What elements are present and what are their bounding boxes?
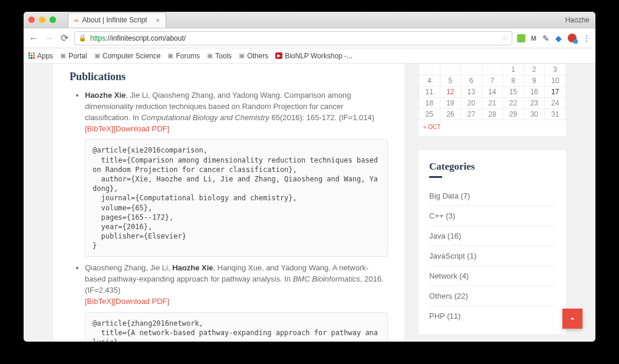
category-name: PHP xyxy=(429,312,445,320)
folder-icon: ▣ xyxy=(60,52,66,59)
bibtex-block: @article{xie2016comparison, title={Compa… xyxy=(85,139,388,257)
calendar-day[interactable]: 29 xyxy=(503,109,524,120)
calendar-day[interactable]: 6 xyxy=(461,75,482,87)
calendar-day[interactable]: 4 xyxy=(419,75,440,87)
calendar-table: 1234567891011121314151617181920212223242… xyxy=(419,64,566,120)
forward-button: → xyxy=(44,33,54,44)
minimize-icon[interactable] xyxy=(39,16,45,23)
calendar-day[interactable]: 13 xyxy=(461,87,482,98)
category-item[interactable]: Others (22) xyxy=(429,286,555,306)
category-count: (1) xyxy=(467,252,476,260)
calendar-day[interactable]: 9 xyxy=(523,75,545,87)
menu-icon[interactable]: ⋮ xyxy=(582,34,591,43)
heading-underline xyxy=(429,176,442,178)
calendar-day[interactable]: 24 xyxy=(545,98,566,109)
gmail-icon[interactable]: M xyxy=(531,35,536,42)
bookmark-folder-tools[interactable]: ▣Tools xyxy=(207,52,232,60)
journal-name: Computational Biology and Chemistry xyxy=(141,113,269,122)
calendar-widget: 1234567891011121314151617181920212223242… xyxy=(419,64,566,136)
reload-button[interactable]: ⟳ xyxy=(59,32,70,44)
category-item[interactable]: Network (4) xyxy=(429,266,555,286)
evernote-icon[interactable]: ✎ xyxy=(542,34,549,43)
tab-title: About | Infinite Script xyxy=(82,16,147,24)
youtube-icon: ▶ xyxy=(275,52,282,59)
extension-icon[interactable]: ◆ xyxy=(555,34,562,43)
titlebar: ∞ About | Infinite Script × Haozhe xyxy=(24,12,595,28)
extension-icon[interactable] xyxy=(517,34,525,42)
bookmark-star-icon[interactable]: ☆ xyxy=(502,34,508,42)
journal-name: BMC Bioinformatics xyxy=(293,274,360,283)
bookmark-folder-cs[interactable]: ▣Computer Science xyxy=(94,52,161,60)
calendar-day[interactable]: 3 xyxy=(545,64,566,75)
category-item[interactable]: C++ (3) xyxy=(429,206,555,226)
back-button[interactable]: ← xyxy=(28,33,39,44)
toolbar: ← → ⟳ 🔒 https://infinitescript.com/about… xyxy=(24,28,595,48)
calendar-day[interactable]: 25 xyxy=(419,109,440,120)
calendar-day xyxy=(461,64,482,75)
favicon-icon: ∞ xyxy=(74,17,78,24)
browser-window: ∞ About | Infinite Script × Haozhe ← → ⟳… xyxy=(24,12,595,342)
calendar-day[interactable]: 22 xyxy=(503,98,524,109)
publications-heading: Publications xyxy=(70,71,388,83)
calendar-day[interactable]: 12 xyxy=(440,87,461,98)
author-highlight: Haozhe Xie xyxy=(172,263,213,272)
bookmark-folder-portal[interactable]: ▣Portal xyxy=(60,52,87,60)
calendar-day xyxy=(440,64,461,75)
category-item[interactable]: JavaScript (1) xyxy=(429,246,555,266)
calendar-day[interactable]: 8 xyxy=(503,75,524,87)
calendar-day[interactable]: 21 xyxy=(482,98,503,109)
category-name: Java xyxy=(429,231,445,240)
calendar-prev-link[interactable]: « OCT xyxy=(419,120,566,130)
bibtex-link[interactable]: [BibTeX] xyxy=(85,297,113,306)
apps-button[interactable]: Apps xyxy=(28,52,53,60)
calendar-day[interactable]: 17 xyxy=(545,87,566,98)
category-item[interactable]: Big Data (7) xyxy=(429,186,555,206)
calendar-day[interactable]: 23 xyxy=(523,98,545,109)
bookmark-folder-others[interactable]: ▣Others xyxy=(239,52,268,60)
calendar-day[interactable]: 16 xyxy=(523,87,545,98)
calendar-day[interactable]: 27 xyxy=(461,109,482,120)
publication-item: Haozhe Xie, Jie Li, Qiaosheng Zhang, and… xyxy=(85,90,388,257)
bookmarks-bar: Apps ▣Portal ▣Computer Science ▣Forums ▣… xyxy=(24,48,595,64)
folder-icon: ▣ xyxy=(207,52,213,59)
calendar-day[interactable]: 15 xyxy=(503,87,524,98)
calendar-day[interactable]: 18 xyxy=(419,98,440,109)
calendar-day xyxy=(419,64,440,75)
bookmark-folder-forums[interactable]: ▣Forums xyxy=(167,52,200,60)
maximize-icon[interactable] xyxy=(50,16,56,23)
bibtex-block: @article{zhang2016network, title={A netw… xyxy=(85,312,388,342)
category-item[interactable]: PHP (11) xyxy=(429,306,555,326)
publication-item: Qiaosheng Zhang, Jie Li, Haozhe Xie, Han… xyxy=(85,263,388,342)
category-item[interactable]: Java (16) xyxy=(429,226,555,246)
chevron-up-icon xyxy=(568,314,577,323)
calendar-day[interactable]: 5 xyxy=(440,75,461,87)
calendar-day[interactable]: 10 xyxy=(545,75,566,87)
calendar-day[interactable]: 11 xyxy=(419,87,440,98)
calendar-day[interactable]: 28 xyxy=(482,109,503,120)
calendar-day[interactable]: 2 xyxy=(523,64,545,75)
scroll-top-button[interactable] xyxy=(562,309,582,329)
address-bar[interactable]: 🔒 https://infinitescript.com/about/ ☆ xyxy=(74,31,512,45)
calendar-day[interactable]: 14 xyxy=(482,87,503,98)
calendar-day[interactable]: 31 xyxy=(545,109,566,120)
sidebar: 1234567891011121314151617181920212223242… xyxy=(419,64,566,342)
calendar-day[interactable]: 30 xyxy=(523,109,545,120)
close-icon[interactable] xyxy=(28,16,35,23)
browser-tab[interactable]: ∞ About | Infinite Script × xyxy=(68,12,166,28)
calendar-day[interactable]: 19 xyxy=(440,98,461,109)
bookmark-bionlp[interactable]: ▶BioNLP Workshop -... xyxy=(275,52,353,60)
download-pdf-link[interactable]: [Download PDF] xyxy=(113,297,169,306)
category-count: (16) xyxy=(447,231,461,240)
bibtex-link[interactable]: [BibTeX] xyxy=(85,124,113,133)
lock-icon: 🔒 xyxy=(78,34,87,42)
calendar-day[interactable]: 20 xyxy=(461,98,482,109)
close-tab-icon[interactable]: × xyxy=(156,16,160,25)
calendar-day[interactable]: 1 xyxy=(503,64,524,75)
profile-name[interactable]: Haozhe xyxy=(565,16,590,24)
adblock-icon[interactable] xyxy=(568,34,577,42)
calendar-day[interactable]: 26 xyxy=(440,109,461,120)
apps-icon xyxy=(28,52,35,59)
category-count: (11) xyxy=(447,312,460,320)
download-pdf-link[interactable]: [Download PDF] xyxy=(113,124,169,133)
calendar-day[interactable]: 7 xyxy=(482,75,503,87)
